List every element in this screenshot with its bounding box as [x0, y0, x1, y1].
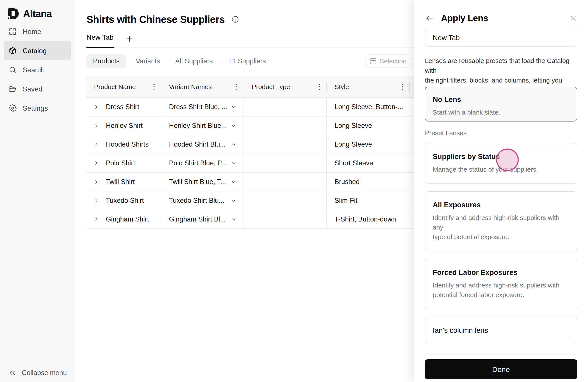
- close-icon[interactable]: [570, 14, 577, 22]
- chevron-right-icon[interactable]: [94, 104, 99, 109]
- chevron-down-icon[interactable]: [231, 216, 237, 223]
- style-cell: Long Sleeve: [327, 117, 409, 135]
- chevron-down-icon[interactable]: [231, 160, 237, 166]
- preset-lens-list: Suppliers by StatusManage the status of …: [425, 143, 577, 344]
- no-lens-card[interactable]: No Lens Start with a blank slate.: [425, 87, 577, 122]
- variant-names-cell: Tuxedo Shirt Blu...: [161, 191, 244, 210]
- sidebar-item-settings[interactable]: Settings: [4, 99, 71, 118]
- logo[interactable]: Altana: [8, 8, 52, 20]
- chevron-down-icon[interactable]: [231, 122, 237, 129]
- product-type-cell: [244, 117, 327, 135]
- variant-names-cell: Henley Shirt Blue...: [161, 117, 244, 135]
- collapse-menu-button[interactable]: Collapse menu: [9, 369, 67, 377]
- add-tab-button[interactable]: [126, 35, 133, 43]
- variant-names-cell: Gingham Shirt Bl...: [161, 210, 244, 229]
- variant-names: Twill Shirt Blue, T...: [169, 178, 226, 186]
- preset-lens-card-ian-s-column-lens[interactable]: Ian's column lens: [425, 317, 577, 344]
- logo-wordmark: Altana: [23, 8, 52, 20]
- preset-lens-subtitle: Manage the status of your suppliers.: [433, 165, 569, 174]
- preset-lens-title: Suppliers by Status: [433, 152, 569, 161]
- product-type-cell: [244, 173, 327, 191]
- product-name-cell: Polo Shirt: [86, 154, 161, 172]
- double-chevron-left-icon: [9, 369, 16, 377]
- style-cell: Brushed: [327, 173, 409, 191]
- column-header-label: Product Name: [94, 83, 136, 91]
- sidebar-item-label: Home: [23, 28, 41, 36]
- chevron-right-icon[interactable]: [94, 142, 99, 147]
- chevron-right-icon[interactable]: [94, 198, 99, 203]
- product-name-cell: Tuxedo Shirt: [86, 191, 161, 210]
- chevron-down-icon[interactable]: [231, 179, 237, 185]
- preset-lens-card-forced-labor-exposures[interactable]: Forced Labor ExposuresIdentify and addre…: [425, 259, 577, 309]
- chevron-down-icon[interactable]: [231, 197, 237, 204]
- page-title: Shirts with Chinese Suppliers: [86, 14, 225, 25]
- preset-lens-card-suppliers-by-status[interactable]: Suppliers by StatusManage the status of …: [425, 143, 577, 184]
- product-name-cell: Dress Shirt: [86, 98, 161, 116]
- apply-lens-panel: Apply Lens Lenses are reusable presets t…: [414, 0, 588, 382]
- preset-lens-card-all-exposures[interactable]: All ExposuresIdentify and address high-r…: [425, 191, 577, 251]
- variant-names-cell: Polo Shirt Blue, P...: [161, 154, 244, 172]
- filter-tab-all-suppliers[interactable]: All Suppliers: [170, 54, 218, 68]
- column-header-label: Variant Names: [169, 83, 212, 91]
- filter-tab-products[interactable]: Products: [86, 54, 126, 68]
- column-menu-icon[interactable]: [234, 82, 239, 92]
- done-button[interactable]: Done: [425, 359, 577, 379]
- preset-lens-title: Ian's column lens: [433, 326, 569, 335]
- plus-icon: [126, 35, 133, 43]
- column-header-product-type: Product Type: [244, 76, 327, 97]
- product-type-cell: [244, 98, 327, 116]
- entity-filter-tabs: ProductsVariantsAll SuppliersT1 Supplier…: [86, 54, 272, 68]
- variant-names: Hooded Shirt Blu...: [169, 141, 226, 148]
- back-arrow-icon[interactable]: [425, 14, 434, 23]
- sidebar-item-label: Settings: [23, 104, 48, 112]
- chevron-right-icon[interactable]: [94, 123, 99, 128]
- variant-names-cell: Twill Shirt Blue, T...: [161, 173, 244, 191]
- sidebar-item-home[interactable]: Home: [4, 22, 71, 41]
- tab-new-tab[interactable]: New Tab: [86, 33, 114, 48]
- sidebar-item-label: Catalog: [23, 47, 47, 55]
- sidebar-item-catalog[interactable]: Catalog: [4, 41, 71, 60]
- chevron-down-icon[interactable]: [231, 104, 237, 110]
- sidebar-item-saved[interactable]: Saved: [4, 80, 71, 99]
- product-name-cell: Henley Shirt: [86, 117, 161, 135]
- preset-lens-title: Forced Labor Exposures: [433, 268, 569, 276]
- preset-lenses-heading: Preset Lenses: [425, 129, 467, 137]
- column-menu-icon[interactable]: [152, 82, 156, 92]
- panel-footer: Done: [425, 355, 577, 379]
- filter-tab-t1-suppliers[interactable]: T1 Suppliers: [222, 54, 272, 68]
- product-type-cell: [244, 135, 327, 153]
- column-menu-icon[interactable]: [400, 82, 405, 92]
- collapse-menu-label: Collapse menu: [22, 369, 67, 377]
- product-name-cell: Hooded Shirts: [86, 135, 161, 153]
- chevron-right-icon[interactable]: [94, 161, 99, 166]
- product-name: Polo Shirt: [106, 159, 135, 167]
- product-name: Twill Shirt: [106, 178, 135, 186]
- sidebar-item-search[interactable]: Search: [4, 60, 71, 80]
- product-type-cell: [244, 210, 327, 229]
- chevron-right-icon[interactable]: [94, 217, 99, 222]
- chevron-down-icon[interactable]: [231, 141, 237, 148]
- sidebar: Altana HomeCatalogSearchSavedSettings Co…: [0, 0, 75, 382]
- search-icon: [9, 66, 17, 74]
- product-type-cell: [244, 191, 327, 210]
- tab-name-input[interactable]: [425, 29, 577, 47]
- column-menu-icon[interactable]: [317, 82, 322, 92]
- preset-lens-subtitle: Identify and address high-risk suppliers…: [433, 280, 569, 300]
- selection-button-label: Selection: [379, 58, 406, 65]
- style-cell: Short Sleeve: [327, 154, 409, 172]
- selection-button[interactable]: Selection: [365, 54, 412, 68]
- info-icon[interactable]: [231, 16, 239, 23]
- folder-icon: [9, 85, 17, 93]
- variant-names: Polo Shirt Blue, P...: [169, 159, 227, 167]
- product-name: Gingham Shirt: [106, 215, 149, 223]
- preset-lens-title: All Exposures: [433, 201, 569, 209]
- column-header-variant-names: Variant Names: [161, 76, 244, 97]
- chevron-right-icon[interactable]: [94, 179, 99, 185]
- filter-tab-variants[interactable]: Variants: [130, 54, 166, 68]
- product-name: Tuxedo Shirt: [106, 197, 144, 205]
- style-cell: Long Sleeve: [327, 135, 409, 153]
- style-cell: Slim-Fit: [327, 191, 409, 210]
- product-name-cell: Twill Shirt: [86, 173, 161, 191]
- column-header-style: Style: [327, 76, 409, 97]
- sidebar-item-label: Search: [23, 66, 45, 74]
